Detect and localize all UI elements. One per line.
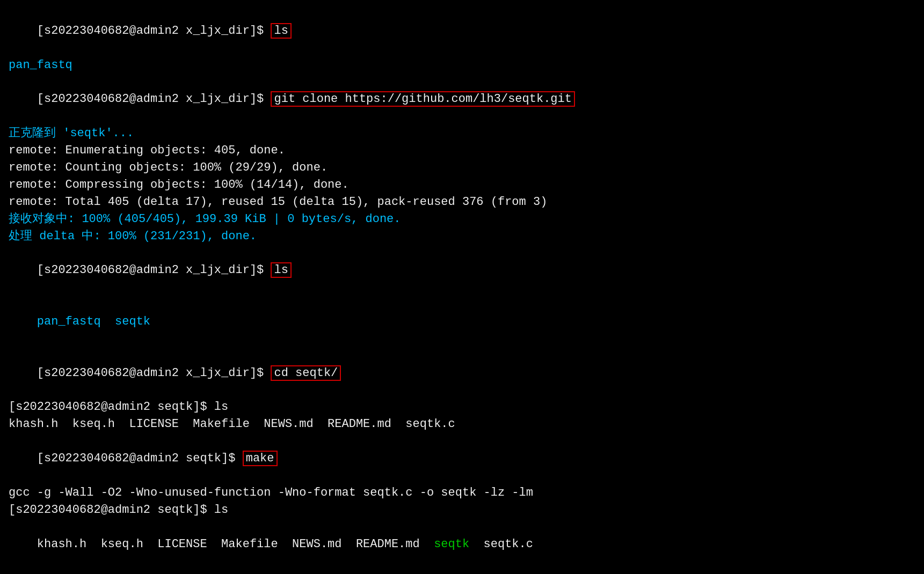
prompt: [s20223040682@admin2 x_ljx_dir]$: [37, 92, 271, 106]
terminal-output: 处理 delta 中: 100% (231/231), done.: [9, 228, 915, 245]
terminal-output: remote: Compressing objects: 100% (14/14…: [9, 176, 915, 194]
terminal-output: gcc -g -Wall -O2 -Wno-unused-function -W…: [9, 484, 915, 502]
prompt: [s20223040682@admin2 x_ljx_dir]$: [37, 263, 271, 277]
terminal-output: 正克隆到 'seqtk'...: [9, 125, 915, 142]
output-seqtk-green: seqtk: [434, 538, 469, 551]
prompt: [s20223040682@admin2 x_ljx_dir]$: [37, 366, 271, 380]
terminal-line: [s20223040682@admin2 seqtk]$ ./seqtk | h…: [9, 570, 915, 574]
prompt: [s20223040682@admin2 x_ljx_dir]$: [37, 24, 271, 38]
terminal-output: pan_fastq seqtk: [9, 296, 915, 348]
output-pan-fastq: pan_fastq: [37, 315, 101, 328]
command-ls-2: ls: [271, 262, 291, 278]
command-make: make: [243, 451, 278, 466]
terminal-line: [s20223040682@admin2 x_ljx_dir]$ ls: [9, 5, 915, 57]
terminal-output: khash.h kseq.h LICENSE Makefile NEWS.md …: [9, 519, 915, 570]
terminal-output: remote: Enumerating objects: 405, done.: [9, 142, 915, 159]
command-cd-seqtk: cd seqtk/: [271, 365, 341, 381]
terminal-line: [s20223040682@admin2 seqtk]$ make: [9, 433, 915, 484]
prompt: [s20223040682@admin2 seqtk]$: [37, 452, 243, 465]
terminal-line: [s20223040682@admin2 x_ljx_dir]$ cd seqt…: [9, 348, 915, 399]
terminal-output: 接收对象中: 100% (405/405), 199.39 KiB | 0 by…: [9, 211, 915, 228]
terminal-line: [s20223040682@admin2 seqtk]$ ls: [9, 399, 915, 416]
terminal-output: khash.h kseq.h LICENSE Makefile NEWS.md …: [9, 416, 915, 433]
command-git-clone: git clone https://github.com/lh3/seqtk.g…: [271, 91, 575, 107]
terminal-output: remote: Total 405 (delta 17), reused 15 …: [9, 194, 915, 211]
terminal-line: [s20223040682@admin2 seqtk]$ ls: [9, 502, 915, 519]
terminal-output: remote: Counting objects: 100% (29/29), …: [9, 159, 915, 176]
output-seqtk: seqtk: [115, 315, 150, 328]
command-ls-1: ls: [271, 23, 291, 39]
terminal-output: pan_fastq: [9, 57, 915, 74]
terminal-line: [s20223040682@admin2 x_ljx_dir]$ ls: [9, 245, 915, 296]
terminal-line: [s20223040682@admin2 x_ljx_dir]$ git clo…: [9, 74, 915, 126]
terminal: [s20223040682@admin2 x_ljx_dir]$ ls pan_…: [9, 5, 915, 574]
